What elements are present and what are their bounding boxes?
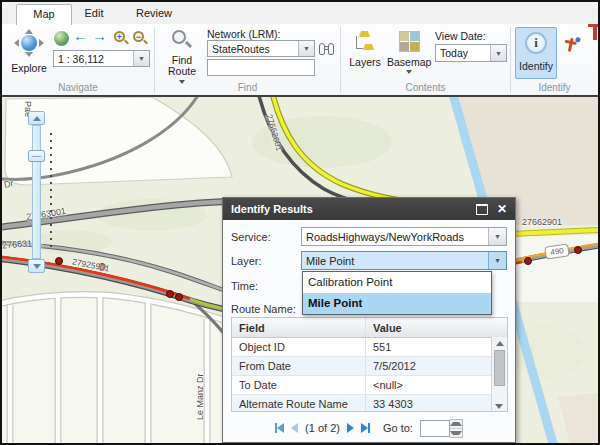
view-date-combobox[interactable]: Today ▼ — [435, 44, 507, 62]
back-arrow-icon[interactable]: ← — [73, 27, 88, 44]
previous-page-button[interactable] — [291, 423, 298, 433]
street-name-label: Dr — [3, 178, 14, 190]
cell-field: From Date — [232, 357, 366, 375]
layers-button[interactable]: Layers — [346, 28, 384, 76]
view-date-value: Today — [436, 45, 490, 61]
group-find: Find Route Network (LRM): StateRoutes ▼ … — [155, 24, 340, 95]
first-page-button[interactable] — [275, 423, 284, 433]
table-header-row: Field Value — [232, 318, 507, 338]
table-row[interactable]: Alternate Route Name 33 4303 — [232, 395, 507, 412]
group-navigate: Explore ← → + − 1 : 36,112 ▼ Navigate — [2, 24, 154, 95]
service-value: RoadsHighways/NewYorkRoads — [302, 228, 488, 245]
dialog-title-bar[interactable]: Identify Results ✕ — [223, 198, 515, 220]
dropdown-option-calibration-point[interactable]: Calibration Point — [303, 272, 491, 293]
route-input[interactable] — [207, 59, 315, 76]
value-column-header[interactable]: Value — [366, 318, 507, 337]
attributes-table: Field Value Object ID 551 From Date 7/5/… — [231, 317, 508, 412]
group-label-contents: Contents — [341, 82, 510, 93]
close-icon[interactable]: ✕ — [497, 204, 507, 214]
group-identify: i Identify Identify — [511, 24, 598, 95]
page-indicator: (1 of 2) — [305, 422, 340, 434]
route-name-label: Route Name: — [231, 303, 296, 315]
cell-value: 551 — [366, 338, 507, 356]
explore-button[interactable]: Explore — [8, 28, 50, 80]
slider-zoom-in-button[interactable] — [28, 111, 45, 125]
table-row[interactable]: From Date 7/5/2012 — [232, 357, 507, 376]
layer-label: Layer: — [231, 255, 301, 267]
time-label: Time: — [231, 280, 301, 292]
group-label-navigate: Navigate — [2, 82, 154, 93]
scroll-down-icon[interactable] — [495, 404, 503, 409]
forward-arrow-icon[interactable]: → — [92, 27, 107, 44]
identify-button[interactable]: i Identify — [515, 27, 557, 79]
maximize-icon[interactable] — [476, 204, 488, 215]
tab-review[interactable]: Review — [128, 2, 180, 24]
cell-value: 7/5/2012 — [366, 357, 507, 375]
basemap-caret-icon — [406, 70, 412, 74]
network-lrm-label: Network (LRM): — [207, 28, 281, 40]
service-dropdown-arrow-icon[interactable]: ▼ — [488, 228, 506, 245]
group-contents: Layers Basemap View Date: Today ▼ Conten… — [341, 24, 510, 95]
slider-thumb[interactable] — [28, 150, 45, 162]
cell-field: Object ID — [232, 338, 366, 356]
layer-dropdown-arrow-icon[interactable]: ▼ — [488, 252, 506, 269]
binoculars-icon[interactable] — [319, 43, 337, 57]
slider-track[interactable] — [32, 125, 41, 259]
field-column-header[interactable]: Field — [232, 318, 366, 337]
identify-i-icon: i — [525, 32, 547, 54]
tab-strip: Map Edit Review — [2, 2, 598, 25]
service-label: Service: — [231, 231, 301, 243]
network-value: StateRoutes — [208, 41, 298, 56]
scale-value: 1 : 36,112 — [54, 51, 133, 66]
network-dropdown-arrow-icon[interactable]: ▼ — [298, 41, 314, 56]
last-page-button[interactable] — [361, 423, 370, 433]
scale-combobox[interactable]: 1 : 36,112 ▼ — [53, 50, 150, 67]
explore-label: Explore — [8, 62, 50, 74]
network-combobox[interactable]: StateRoutes ▼ — [207, 40, 315, 57]
street-name-label: Le Manz Dr — [195, 373, 205, 420]
cell-value: <null> — [366, 376, 507, 394]
ribbon: Explore ← → + − 1 : 36,112 ▼ Navigate — [2, 24, 598, 95]
table-row[interactable]: To Date <null> — [232, 376, 507, 395]
layers-label: Layers — [346, 56, 384, 68]
basemap-label: Basemap — [387, 56, 431, 68]
find-route-magnifier-icon — [172, 30, 186, 44]
view-date-label: View Date: — [435, 30, 486, 42]
zoom-out-icon[interactable]: − — [133, 31, 144, 42]
scale-dropdown-arrow-icon[interactable]: ▼ — [133, 51, 149, 66]
find-route-label-2: Route — [160, 65, 204, 77]
layer-dropdown-list: Calibration Point Mile Point — [302, 271, 492, 315]
full-extent-globe-icon[interactable] — [54, 31, 69, 46]
scroll-thumb[interactable] — [494, 350, 505, 386]
zoom-in-icon[interactable]: + — [114, 31, 125, 42]
scroll-up-icon[interactable] — [496, 341, 504, 346]
find-route-button[interactable]: Find Route — [160, 28, 204, 88]
view-date-dropdown-arrow-icon[interactable]: ▼ — [490, 45, 506, 61]
group-label-find: Find — [155, 82, 340, 93]
dropdown-option-mile-point[interactable]: Mile Point — [303, 293, 491, 314]
basemap-button[interactable]: Basemap — [387, 28, 431, 84]
identify-route-cross-icon[interactable] — [562, 37, 581, 56]
explore-icon — [21, 35, 37, 51]
basemap-icon — [399, 31, 420, 52]
tab-map[interactable]: Map — [16, 4, 72, 25]
next-page-button[interactable] — [347, 423, 354, 433]
goto-spinner[interactable] — [450, 419, 463, 438]
identify-label: Identify — [516, 60, 556, 72]
slider-zoom-out-button[interactable] — [28, 259, 45, 273]
service-combobox[interactable]: RoadsHighways/NewYorkRoads ▼ — [301, 227, 507, 246]
goto-label: Go to: — [383, 422, 413, 434]
group-label-identify: Identify — [511, 82, 598, 93]
layer-value: Mile Point — [302, 252, 488, 269]
layer-combobox[interactable]: Mile Point ▼ — [301, 251, 507, 270]
cell-field: Alternate Route Name — [232, 395, 366, 412]
goto-page-input[interactable] — [420, 420, 450, 437]
clipped-edge-icon — [593, 26, 597, 40]
table-scrollbar[interactable] — [491, 337, 507, 411]
tab-edit[interactable]: Edit — [74, 2, 114, 24]
layers-icon — [355, 31, 375, 53]
cell-value: 33 4303 — [366, 395, 507, 412]
table-row[interactable]: Object ID 551 — [232, 338, 507, 357]
cell-field: To Date — [232, 376, 366, 394]
pagination-bar: (1 of 2) Go to: — [223, 416, 515, 440]
